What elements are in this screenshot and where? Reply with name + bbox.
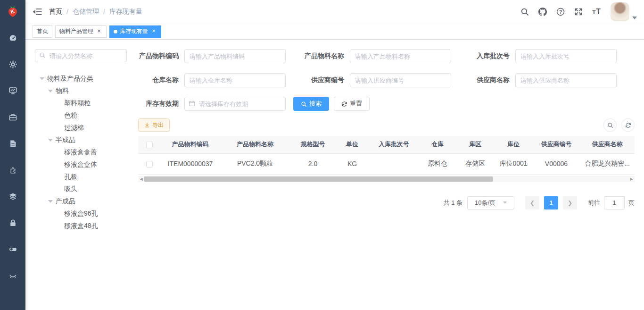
reset-button[interactable]: 重置 <box>334 97 370 111</box>
tree-node-label: 孔板 <box>64 173 77 181</box>
sidebar-collapse-icon[interactable] <box>33 8 42 16</box>
tree-node[interactable]: 移液盒盒体 <box>35 159 127 171</box>
tree-node[interactable]: 过滤棉 <box>35 122 127 134</box>
cell-warehouse: 原料仓 <box>419 153 456 174</box>
tree-node[interactable]: 色粉 <box>35 109 127 122</box>
calendar-icon <box>189 100 195 109</box>
tree-node[interactable]: 孔板 <box>35 171 127 183</box>
tree-search-input[interactable] <box>35 49 127 62</box>
layers-icon[interactable] <box>0 183 25 209</box>
cell-storage-bin: 库位0001 <box>494 153 533 174</box>
filter-field-supplier-name: 供应商名称 <box>469 73 635 87</box>
caret-down-icon[interactable] <box>37 77 47 80</box>
filter-row-expiry: 库存有效期 搜索 重置 <box>138 97 635 111</box>
font-size-icon[interactable]: TT <box>592 8 601 16</box>
page-content: 物料及产品分类 物料 塑料颗粒 色粉 过滤棉 半成品 移液盒盒盖 移液盒盒体 孔… <box>25 40 644 310</box>
item-name-input[interactable] <box>350 49 451 63</box>
supplier-name-input[interactable] <box>515 73 617 87</box>
scroll-right-icon[interactable]: ▶ <box>628 176 635 182</box>
search-icon[interactable] <box>520 8 529 16</box>
warehouse-name-input[interactable] <box>184 73 286 87</box>
monitor-chart-icon[interactable] <box>0 77 25 104</box>
scrollbar-track[interactable] <box>144 176 628 182</box>
breadcrumb-separator: / <box>103 8 105 16</box>
breadcrumb-home[interactable]: 首页 <box>49 8 62 16</box>
toggle-search-icon[interactable] <box>603 118 617 132</box>
tree-node[interactable]: 吸头 <box>35 183 127 195</box>
select-all-checkbox[interactable] <box>146 142 153 148</box>
tree-node[interactable]: 物料 <box>35 85 127 97</box>
tab-label: 库存现有量 <box>120 27 148 35</box>
chevron-down-icon <box>503 201 507 204</box>
tree-node-label: 塑料颗粒 <box>64 99 91 108</box>
export-button[interactable]: 导出 <box>138 118 170 132</box>
header-storage-bin: 库位 <box>494 136 533 153</box>
goto-page-input[interactable] <box>604 196 625 209</box>
breadcrumb-warehouse: 仓储管理 <box>73 8 99 16</box>
scroll-left-icon[interactable]: ◀ <box>138 176 144 182</box>
eye-closed-icon[interactable] <box>0 262 25 289</box>
supplier-code-input[interactable] <box>350 73 451 87</box>
search-icon <box>301 101 307 107</box>
tree-node[interactable]: 产成品 <box>35 195 127 208</box>
tab-material-product[interactable]: 物料产品管理 × <box>55 25 107 38</box>
toolbox-icon[interactable] <box>0 104 25 130</box>
top-navbar: 首页 / 仓储管理 / 库存现有量 ? TT <box>25 0 644 24</box>
scrollbar-thumb[interactable] <box>144 176 493 182</box>
question-icon[interactable]: ? <box>556 8 565 16</box>
header-unit: 单位 <box>335 136 369 153</box>
cell-batch-no <box>369 153 419 174</box>
table-row[interactable]: ITEM00000037 PVC2.0颗粒 2.0 KG 原料仓 存储区 库位0… <box>138 153 635 174</box>
cell-item-name: PVC2.0颗粒 <box>220 153 290 174</box>
refresh-icon[interactable] <box>621 118 635 132</box>
toolbar-right <box>603 118 635 132</box>
user-menu[interactable] <box>611 2 637 21</box>
github-icon[interactable] <box>538 8 547 16</box>
prev-page-button[interactable]: ❮ <box>525 196 539 209</box>
tree-node-label: 过滤棉 <box>64 124 84 132</box>
tags-view-bar: 首页 物料产品管理 × 库存现有量 × <box>25 24 644 40</box>
page-number-1[interactable]: 1 <box>544 196 558 209</box>
tree-node[interactable]: 移液盒盒盖 <box>35 146 127 159</box>
tree-node[interactable]: 塑料颗粒 <box>35 97 127 109</box>
goto-label: 前往 <box>588 199 600 207</box>
tree-node[interactable]: 物料及产品分类 <box>35 73 127 85</box>
lock-icon[interactable] <box>0 209 25 236</box>
close-icon[interactable]: × <box>96 28 102 35</box>
app-logo[interactable]: K <box>0 0 25 24</box>
fullscreen-icon[interactable] <box>574 8 583 16</box>
tree-node[interactable]: 半成品 <box>35 134 127 146</box>
tree-node-label: 半成品 <box>56 136 75 144</box>
breadcrumb: 首页 / 仓储管理 / 库存现有量 <box>49 8 142 16</box>
next-page-button[interactable]: ❯ <box>563 196 577 209</box>
caret-down-icon[interactable] <box>45 90 56 92</box>
caret-down-icon[interactable] <box>45 200 56 203</box>
expiry-date-input[interactable] <box>184 97 286 111</box>
tab-label: 首页 <box>37 27 48 35</box>
document-icon[interactable] <box>0 130 25 157</box>
breadcrumb-separator: / <box>66 8 68 16</box>
tab-home[interactable]: 首页 <box>33 25 52 38</box>
tree-node[interactable]: 移液盒96孔 <box>35 208 127 220</box>
close-icon[interactable]: × <box>150 28 157 35</box>
page-size-select[interactable]: 10条/页 <box>467 196 514 209</box>
batch-no-input[interactable] <box>515 49 617 63</box>
cell-supplier-name: 合肥龙兴精密... <box>580 153 635 174</box>
tree-node-label: 吸头 <box>64 185 77 193</box>
search-button[interactable]: 搜索 <box>293 97 329 111</box>
toggle-icon[interactable] <box>0 236 25 262</box>
tree-node-label: 移液盒96孔 <box>64 209 98 218</box>
tree-node-label: 移液盒盒体 <box>64 160 97 169</box>
row-checkbox[interactable] <box>146 161 153 168</box>
caret-down-icon[interactable] <box>45 139 56 142</box>
tab-inventory-onhand[interactable]: 库存现有量 × <box>109 25 161 38</box>
gear-icon[interactable] <box>0 51 25 77</box>
search-icon <box>39 52 46 60</box>
dashboard-icon[interactable] <box>0 25 25 51</box>
tree-node[interactable]: 移液盒48孔 <box>35 220 127 232</box>
puzzle-icon[interactable] <box>0 157 25 183</box>
avatar[interactable] <box>611 2 629 21</box>
refresh-icon <box>341 101 347 107</box>
filter-field-expiry-date: 库存有效期 <box>138 97 286 111</box>
item-code-input[interactable] <box>184 49 286 63</box>
